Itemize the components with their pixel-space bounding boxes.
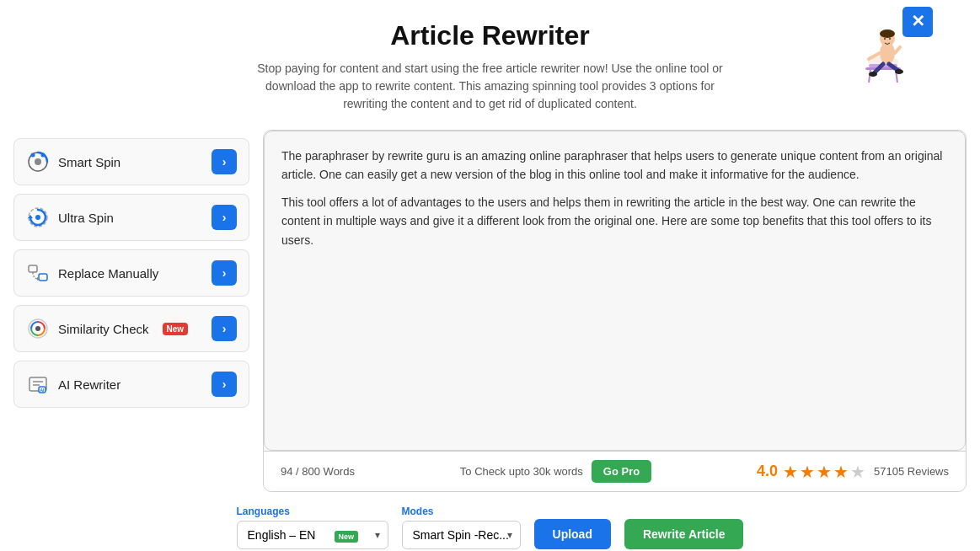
sidebar-item-left: Replace Manually bbox=[26, 261, 158, 285]
svg-point-21 bbox=[41, 153, 46, 158]
sidebar: Smart Spin › Ultra Spin › bbox=[13, 138, 249, 492]
sidebar-item-left: AI AI Rewriter bbox=[26, 372, 120, 396]
svg-text:✕: ✕ bbox=[911, 12, 925, 30]
language-control-group: Languages English – EN Spanish – ES Fren… bbox=[237, 506, 388, 549]
text-footer: 94 / 800 Words To Check upto 30k words G… bbox=[264, 451, 966, 491]
text-panel: The paraphraser by rewrite guru is an am… bbox=[263, 130, 967, 492]
page-header: Article Rewriter Stop paying for content… bbox=[0, 0, 980, 123]
rating-score: 4.0 bbox=[757, 463, 778, 480]
replace-manually-icon bbox=[26, 261, 50, 285]
star-4: ★ bbox=[833, 462, 849, 482]
similarity-check-arrow[interactable]: › bbox=[212, 316, 237, 341]
languages-label: Languages bbox=[237, 506, 388, 517]
word-count: 94 / 800 Words bbox=[281, 465, 355, 478]
modes-control-group: Modes Smart Spin -Rec... Ultra Spin AI R… bbox=[402, 506, 521, 549]
svg-point-9 bbox=[880, 29, 895, 38]
main-layout: Smart Spin › Ultra Spin › bbox=[0, 130, 980, 492]
smart-spin-icon bbox=[26, 150, 50, 174]
rating-section: 4.0 ★ ★ ★ ★ ★ 57105 Reviews bbox=[757, 462, 949, 482]
article-paragraph-2: This tool offers a lot of advantages to … bbox=[281, 193, 948, 249]
svg-rect-26 bbox=[39, 274, 47, 281]
pro-section: To Check upto 30k words Go Pro bbox=[460, 460, 651, 483]
svg-point-16 bbox=[869, 72, 877, 77]
svg-point-17 bbox=[895, 69, 903, 74]
smart-spin-label: Smart Spin bbox=[58, 155, 120, 169]
modes-select[interactable]: Smart Spin -Rec... Ultra Spin AI Rewrite… bbox=[402, 521, 521, 549]
review-count: 57105 Reviews bbox=[874, 465, 949, 478]
language-dropdown-wrapper: English – EN Spanish – ES French – FR Ne… bbox=[237, 521, 388, 549]
ai-rewriter-arrow[interactable]: › bbox=[212, 372, 237, 397]
page-description: Stop paying for content and start using … bbox=[254, 60, 726, 113]
sidebar-item-ai-rewriter[interactable]: AI AI Rewriter › bbox=[13, 361, 249, 408]
ai-rewriter-label: AI Rewriter bbox=[58, 377, 120, 392]
smart-spin-arrow[interactable]: › bbox=[212, 149, 237, 174]
page-title: Article Rewriter bbox=[0, 20, 980, 51]
ultra-spin-icon bbox=[26, 206, 50, 229]
similarity-check-icon bbox=[26, 317, 50, 340]
stars: ★ ★ ★ ★ ★ bbox=[783, 462, 865, 482]
svg-point-29 bbox=[35, 326, 40, 331]
ultra-spin-arrow[interactable]: › bbox=[212, 205, 237, 230]
content-area: The paraphraser by rewrite guru is an am… bbox=[263, 130, 967, 492]
sidebar-item-left: Similarity Check New bbox=[26, 317, 188, 340]
star-5: ★ bbox=[850, 462, 865, 482]
header-illustration: ✕ bbox=[854, 7, 938, 94]
star-3: ★ bbox=[817, 462, 832, 482]
svg-rect-25 bbox=[29, 265, 37, 272]
svg-line-13 bbox=[895, 47, 900, 53]
language-select[interactable]: English – EN Spanish – ES French – FR bbox=[237, 521, 388, 549]
sidebar-item-smart-spin[interactable]: Smart Spin › bbox=[13, 138, 249, 185]
star-1: ★ bbox=[783, 462, 798, 482]
svg-point-24 bbox=[35, 215, 40, 220]
similarity-new-badge: New bbox=[163, 323, 189, 335]
svg-line-5 bbox=[869, 70, 870, 83]
ultra-spin-label: Ultra Spin bbox=[58, 211, 114, 225]
sidebar-item-left: Smart Spin bbox=[26, 150, 120, 174]
upload-button[interactable]: Upload bbox=[534, 519, 611, 549]
pro-label: To Check upto 30k words bbox=[460, 465, 583, 478]
svg-point-10 bbox=[884, 38, 886, 40]
replace-manually-arrow[interactable]: › bbox=[212, 260, 237, 286]
modes-dropdown-wrapper: Smart Spin -Rec... Ultra Spin AI Rewrite… bbox=[402, 521, 521, 549]
sidebar-item-similarity-check[interactable]: Similarity Check New › bbox=[13, 305, 249, 352]
svg-point-19 bbox=[35, 158, 41, 165]
similarity-check-label: Similarity Check bbox=[58, 322, 149, 336]
sidebar-item-ultra-spin[interactable]: Ultra Spin › bbox=[13, 194, 249, 241]
replace-manually-label: Replace Manually bbox=[58, 266, 158, 281]
svg-point-20 bbox=[31, 153, 35, 158]
bottom-controls: Languages English – EN Spanish – ES Fren… bbox=[0, 492, 980, 551]
article-paragraph-1: The paraphraser by rewrite guru is an am… bbox=[281, 147, 948, 185]
star-2: ★ bbox=[800, 462, 815, 482]
go-pro-button[interactable]: Go Pro bbox=[592, 460, 651, 483]
svg-point-11 bbox=[889, 38, 891, 40]
modes-label: Modes bbox=[402, 506, 521, 517]
svg-text:AI: AI bbox=[40, 388, 46, 393]
rewrite-article-button[interactable]: Rewrite Article bbox=[624, 519, 744, 549]
sidebar-item-left: Ultra Spin bbox=[26, 206, 114, 229]
sidebar-item-replace-manually[interactable]: Replace Manually › bbox=[13, 249, 249, 297]
ai-rewriter-icon: AI bbox=[26, 372, 50, 396]
article-text[interactable]: The paraphraser by rewrite guru is an am… bbox=[264, 131, 966, 451]
